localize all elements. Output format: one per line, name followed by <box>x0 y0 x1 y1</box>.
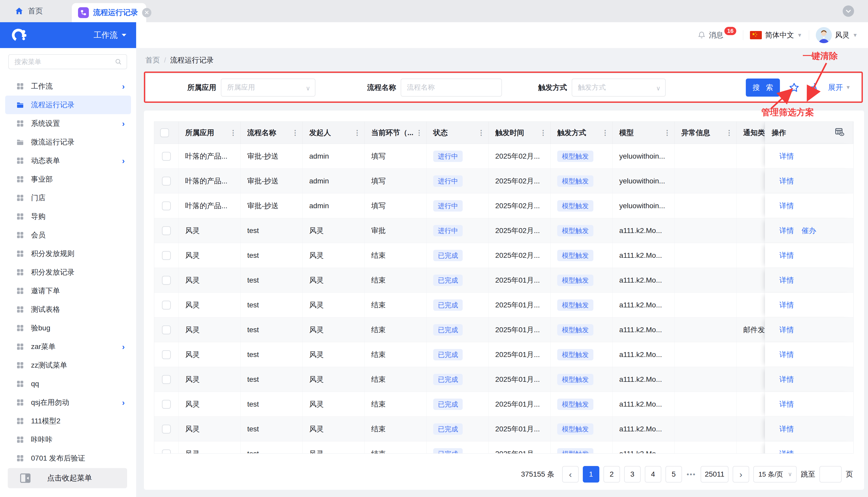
column-settings-icon[interactable] <box>834 126 845 139</box>
favorite-filter-icon[interactable] <box>789 82 799 93</box>
status-badge: 进行中 <box>433 151 463 162</box>
column-menu-icon[interactable]: ⋮ <box>600 129 609 137</box>
sidebar-item-4[interactable]: 动态表单› <box>0 151 136 170</box>
page-size-select[interactable]: 15 条/页 ∨ <box>753 466 797 483</box>
detail-link[interactable]: 详情 <box>779 226 794 236</box>
detail-link[interactable]: 详情 <box>779 176 794 186</box>
page-button[interactable]: 1 <box>583 466 599 483</box>
sidebar-item-20[interactable]: 0701 发布后验证 <box>0 449 136 468</box>
row-checkbox[interactable] <box>162 425 171 434</box>
sidebar-item-3[interactable]: 微流运行记录 <box>0 133 136 151</box>
detail-link[interactable]: 详情 <box>779 350 794 359</box>
column-menu-icon[interactable]: ⋮ <box>228 129 237 137</box>
cell-exception <box>674 218 737 243</box>
row-checkbox[interactable] <box>162 326 171 334</box>
menu-search-input[interactable] <box>8 54 127 69</box>
last-page-button[interactable]: 25011 <box>701 466 728 483</box>
column-menu-icon[interactable]: ⋮ <box>661 129 671 137</box>
column-menu-icon[interactable]: ⋮ <box>352 129 361 137</box>
sidebar-item-18[interactable]: 111模型2 <box>0 412 136 430</box>
row-checkbox[interactable] <box>162 201 171 210</box>
sidebar-item-19[interactable]: 咔咔咔 <box>0 430 136 449</box>
grid-icon <box>16 250 24 258</box>
sidebar-item-0[interactable]: 工作流› <box>0 77 136 96</box>
user-menu[interactable]: 风灵 ▼ <box>816 27 858 43</box>
row-checkbox[interactable] <box>162 400 171 409</box>
detail-link[interactable]: 详情 <box>779 300 794 310</box>
sidebar-item-16[interactable]: qq <box>0 374 136 393</box>
column-header-9: 通知类 <box>737 122 765 144</box>
sidebar-item-15[interactable]: zz测试菜单 <box>0 356 136 374</box>
messages-button[interactable]: 消息 16 <box>697 30 736 40</box>
row-checkbox[interactable] <box>162 301 171 310</box>
sidebar-item-1[interactable]: 流程运行记录 <box>5 96 131 114</box>
detail-link[interactable]: 详情 <box>779 151 794 161</box>
row-checkbox[interactable] <box>162 251 171 260</box>
column-menu-icon[interactable]: ⋮ <box>475 129 485 137</box>
next-page-button[interactable]: › <box>732 466 749 483</box>
sidebar-item-7[interactable]: 导购 <box>0 207 136 226</box>
row-checkbox[interactable] <box>162 450 171 454</box>
select-all-checkbox[interactable] <box>160 128 169 137</box>
filter-trigger-select[interactable] <box>572 79 666 97</box>
filter-name: 流程名称 <box>367 79 502 97</box>
trigger-badge: 模型触发 <box>557 200 593 212</box>
sidebar-item-2[interactable]: 系统设置› <box>0 114 136 133</box>
row-checkbox[interactable] <box>162 276 171 285</box>
page-button[interactable]: 5 <box>666 466 682 483</box>
sidebar-item-12[interactable]: 测试表格 <box>0 300 136 319</box>
jump-page-input[interactable] <box>820 466 842 483</box>
page-button[interactable]: 4 <box>645 466 661 483</box>
urge-link[interactable]: 催办 <box>801 226 816 236</box>
sidebar-item-label: zar菜单 <box>31 342 56 352</box>
sidebar-item-17[interactable]: qsj在用勿动› <box>0 393 136 412</box>
sidebar-item-10[interactable]: 积分发放记录 <box>0 263 136 282</box>
detail-link[interactable]: 详情 <box>779 424 794 434</box>
language-selector[interactable]: ★★★★ 简体中文 ▼ <box>750 30 802 40</box>
detail-link[interactable]: 详情 <box>779 201 794 211</box>
column-menu-icon[interactable]: ⋮ <box>538 129 546 137</box>
sidebar-item-9[interactable]: 积分发放规则 <box>0 244 136 263</box>
chevron-right-icon: › <box>122 119 125 128</box>
detail-link[interactable]: 详情 <box>779 399 794 409</box>
tab-home[interactable]: 首页 <box>14 0 43 22</box>
detail-link[interactable]: 详情 <box>779 374 794 384</box>
search-button[interactable]: 搜 索 <box>746 79 780 97</box>
clear-filter-broom-icon[interactable] <box>808 82 819 93</box>
status-badge: 进行中 <box>433 175 463 187</box>
sidebar-item-13[interactable]: 验bug <box>0 319 136 337</box>
cell-notify <box>737 367 765 392</box>
sidebar-item-6[interactable]: 门店 <box>0 188 136 207</box>
sidebar-item-5[interactable]: 事业部 <box>0 170 136 188</box>
row-checkbox[interactable] <box>162 177 171 185</box>
expand-filters-link[interactable]: 展开 ▼ <box>828 82 851 93</box>
detail-link[interactable]: 详情 <box>779 251 794 260</box>
tab-close-icon[interactable]: ✕ <box>142 8 152 17</box>
filter-name-input[interactable] <box>401 79 502 97</box>
page-button[interactable]: 2 <box>603 466 620 483</box>
row-checkbox[interactable] <box>162 350 171 359</box>
row-checkbox[interactable] <box>162 226 171 235</box>
app-switcher[interactable]: 工作流 <box>94 30 127 41</box>
row-checkbox[interactable] <box>162 152 171 161</box>
sidebar-item-11[interactable]: 邀请下单 <box>0 282 136 300</box>
page-buttons: 12345 <box>583 466 682 483</box>
column-menu-icon[interactable]: ⋮ <box>414 129 423 137</box>
sidebar-item-8[interactable]: 会员 <box>0 226 136 244</box>
tab-active[interactable]: 流程运行记录 ✕ <box>72 3 146 22</box>
tabbar-collapse-button[interactable] <box>843 5 854 17</box>
cell-node: 结束 <box>365 317 427 342</box>
annotation-manage-label: 管理筛选方案 <box>761 106 814 118</box>
breadcrumb-home[interactable]: 首页 <box>145 55 160 65</box>
collapse-menu-button[interactable]: 点击收起菜单 <box>8 468 127 488</box>
detail-link[interactable]: 详情 <box>779 275 794 285</box>
page-button[interactable]: 3 <box>624 466 641 483</box>
detail-link[interactable]: 详情 <box>779 325 794 335</box>
filter-app-select[interactable] <box>221 79 315 97</box>
sidebar-item-14[interactable]: zar菜单› <box>0 337 136 356</box>
row-checkbox[interactable] <box>162 375 171 384</box>
detail-link[interactable]: 详情 <box>779 449 794 454</box>
prev-page-button[interactable]: ‹ <box>562 466 579 483</box>
column-menu-icon[interactable]: ⋮ <box>724 129 732 137</box>
column-menu-icon[interactable]: ⋮ <box>289 129 299 137</box>
